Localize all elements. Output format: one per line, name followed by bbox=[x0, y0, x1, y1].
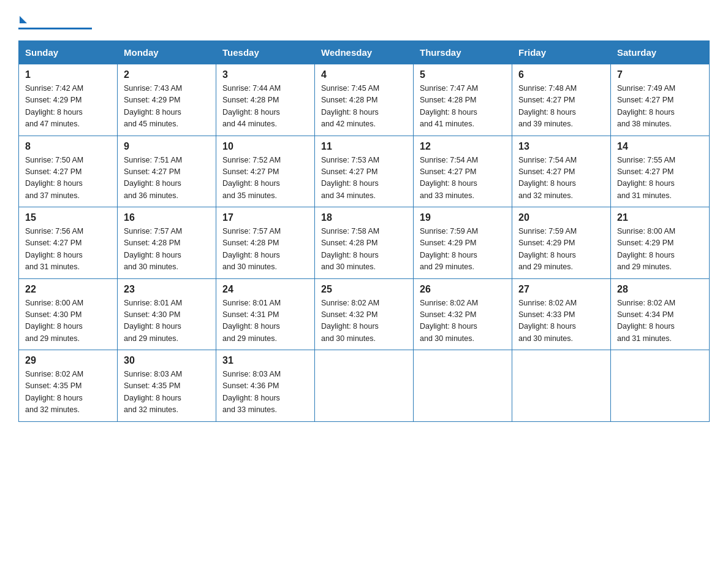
day-info: Sunrise: 8:02 AMSunset: 4:32 PMDaylight:… bbox=[321, 297, 407, 345]
day-info: Sunrise: 7:57 AMSunset: 4:28 PMDaylight:… bbox=[124, 226, 210, 274]
calendar-cell: 25 Sunrise: 8:02 AMSunset: 4:32 PMDaylig… bbox=[315, 278, 414, 350]
weekday-header-saturday: Saturday bbox=[611, 41, 710, 64]
day-info: Sunrise: 7:53 AMSunset: 4:27 PMDaylight:… bbox=[321, 155, 407, 202]
calendar-cell: 9 Sunrise: 7:51 AMSunset: 4:27 PMDayligh… bbox=[118, 136, 216, 207]
calendar-cell: 1 Sunrise: 7:42 AMSunset: 4:29 PMDayligh… bbox=[19, 64, 118, 136]
day-number: 31 bbox=[222, 355, 308, 366]
day-info: Sunrise: 7:44 AMSunset: 4:28 PMDaylight:… bbox=[222, 83, 308, 131]
calendar-cell bbox=[414, 350, 512, 422]
day-number: 14 bbox=[617, 141, 703, 152]
day-info: Sunrise: 7:59 AMSunset: 4:29 PMDaylight:… bbox=[420, 226, 506, 274]
week-row-2: 8 Sunrise: 7:50 AMSunset: 4:27 PMDayligh… bbox=[19, 136, 710, 207]
day-number: 6 bbox=[518, 69, 604, 80]
day-info: Sunrise: 8:02 AMSunset: 4:33 PMDaylight:… bbox=[518, 297, 604, 345]
calendar-cell: 17 Sunrise: 7:57 AMSunset: 4:28 PMDaylig… bbox=[216, 207, 315, 279]
day-info: Sunrise: 7:51 AMSunset: 4:27 PMDaylight:… bbox=[124, 155, 210, 202]
calendar-table: SundayMondayTuesdayWednesdayThursdayFrid… bbox=[18, 40, 710, 422]
day-info: Sunrise: 7:54 AMSunset: 4:27 PMDaylight:… bbox=[420, 155, 506, 202]
day-number: 29 bbox=[25, 355, 111, 366]
day-number: 17 bbox=[222, 212, 308, 223]
day-number: 20 bbox=[518, 212, 604, 223]
day-info: Sunrise: 8:03 AMSunset: 4:35 PMDaylight:… bbox=[124, 369, 210, 416]
calendar-cell: 12 Sunrise: 7:54 AMSunset: 4:27 PMDaylig… bbox=[414, 136, 512, 207]
day-info: Sunrise: 7:54 AMSunset: 4:27 PMDaylight:… bbox=[518, 155, 604, 202]
week-row-5: 29 Sunrise: 8:02 AMSunset: 4:35 PMDaylig… bbox=[19, 350, 710, 422]
weekday-header-row: SundayMondayTuesdayWednesdayThursdayFrid… bbox=[19, 41, 710, 64]
day-info: Sunrise: 7:42 AMSunset: 4:29 PMDaylight:… bbox=[25, 83, 111, 131]
calendar-cell bbox=[611, 350, 710, 422]
calendar-cell bbox=[315, 350, 414, 422]
calendar-cell: 30 Sunrise: 8:03 AMSunset: 4:35 PMDaylig… bbox=[118, 350, 216, 422]
day-number: 8 bbox=[25, 141, 111, 152]
day-number: 7 bbox=[617, 69, 703, 80]
week-row-4: 22 Sunrise: 8:00 AMSunset: 4:30 PMDaylig… bbox=[19, 278, 710, 350]
day-number: 19 bbox=[420, 212, 506, 223]
day-info: Sunrise: 8:03 AMSunset: 4:36 PMDaylight:… bbox=[222, 369, 308, 416]
weekday-header-monday: Monday bbox=[118, 41, 216, 64]
calendar-cell: 20 Sunrise: 7:59 AMSunset: 4:29 PMDaylig… bbox=[512, 207, 611, 279]
calendar-cell: 19 Sunrise: 7:59 AMSunset: 4:29 PMDaylig… bbox=[414, 207, 512, 279]
day-number: 16 bbox=[124, 212, 210, 223]
calendar-cell: 15 Sunrise: 7:56 AMSunset: 4:27 PMDaylig… bbox=[19, 207, 118, 279]
day-number: 30 bbox=[124, 355, 210, 366]
day-info: Sunrise: 7:57 AMSunset: 4:28 PMDaylight:… bbox=[222, 226, 308, 274]
calendar-cell: 4 Sunrise: 7:45 AMSunset: 4:28 PMDayligh… bbox=[315, 64, 414, 136]
day-info: Sunrise: 8:02 AMSunset: 4:32 PMDaylight:… bbox=[420, 297, 506, 345]
logo bbox=[18, 12, 92, 29]
day-info: Sunrise: 7:47 AMSunset: 4:28 PMDaylight:… bbox=[420, 83, 506, 131]
calendar-cell: 3 Sunrise: 7:44 AMSunset: 4:28 PMDayligh… bbox=[216, 64, 315, 136]
calendar-cell: 21 Sunrise: 8:00 AMSunset: 4:29 PMDaylig… bbox=[611, 207, 710, 279]
calendar-cell: 27 Sunrise: 8:02 AMSunset: 4:33 PMDaylig… bbox=[512, 278, 611, 350]
day-number: 13 bbox=[518, 141, 604, 152]
day-number: 10 bbox=[222, 141, 308, 152]
calendar-cell: 11 Sunrise: 7:53 AMSunset: 4:27 PMDaylig… bbox=[315, 136, 414, 207]
calendar-cell: 22 Sunrise: 8:00 AMSunset: 4:30 PMDaylig… bbox=[19, 278, 118, 350]
day-number: 1 bbox=[25, 69, 111, 80]
day-info: Sunrise: 7:59 AMSunset: 4:29 PMDaylight:… bbox=[518, 226, 604, 274]
calendar-cell bbox=[512, 350, 611, 422]
week-row-3: 15 Sunrise: 7:56 AMSunset: 4:27 PMDaylig… bbox=[19, 207, 710, 279]
calendar-cell: 8 Sunrise: 7:50 AMSunset: 4:27 PMDayligh… bbox=[19, 136, 118, 207]
calendar-cell: 7 Sunrise: 7:49 AMSunset: 4:27 PMDayligh… bbox=[611, 64, 710, 136]
day-info: Sunrise: 7:55 AMSunset: 4:27 PMDaylight:… bbox=[617, 155, 703, 202]
calendar-cell: 5 Sunrise: 7:47 AMSunset: 4:28 PMDayligh… bbox=[414, 64, 512, 136]
week-row-1: 1 Sunrise: 7:42 AMSunset: 4:29 PMDayligh… bbox=[19, 64, 710, 136]
day-number: 12 bbox=[420, 141, 506, 152]
day-number: 26 bbox=[420, 284, 506, 295]
day-info: Sunrise: 8:02 AMSunset: 4:35 PMDaylight:… bbox=[25, 369, 111, 416]
weekday-header-tuesday: Tuesday bbox=[216, 41, 315, 64]
calendar-cell: 14 Sunrise: 7:55 AMSunset: 4:27 PMDaylig… bbox=[611, 136, 710, 207]
logo-underline bbox=[18, 28, 92, 29]
day-number: 11 bbox=[321, 141, 407, 152]
day-info: Sunrise: 8:01 AMSunset: 4:31 PMDaylight:… bbox=[222, 297, 308, 345]
weekday-header-sunday: Sunday bbox=[19, 41, 118, 64]
calendar-cell: 16 Sunrise: 7:57 AMSunset: 4:28 PMDaylig… bbox=[118, 207, 216, 279]
day-number: 23 bbox=[124, 284, 210, 295]
page-header bbox=[18, 12, 710, 29]
calendar-cell: 28 Sunrise: 8:02 AMSunset: 4:34 PMDaylig… bbox=[611, 278, 710, 350]
day-number: 5 bbox=[420, 69, 506, 80]
calendar-cell: 31 Sunrise: 8:03 AMSunset: 4:36 PMDaylig… bbox=[216, 350, 315, 422]
weekday-header-friday: Friday bbox=[512, 41, 611, 64]
day-number: 15 bbox=[25, 212, 111, 223]
day-number: 28 bbox=[617, 284, 703, 295]
calendar-cell: 24 Sunrise: 8:01 AMSunset: 4:31 PMDaylig… bbox=[216, 278, 315, 350]
day-number: 9 bbox=[124, 141, 210, 152]
day-number: 3 bbox=[222, 69, 308, 80]
day-number: 21 bbox=[617, 212, 703, 223]
weekday-header-wednesday: Wednesday bbox=[315, 41, 414, 64]
calendar-cell: 29 Sunrise: 8:02 AMSunset: 4:35 PMDaylig… bbox=[19, 350, 118, 422]
calendar-cell: 10 Sunrise: 7:52 AMSunset: 4:27 PMDaylig… bbox=[216, 136, 315, 207]
calendar-cell: 6 Sunrise: 7:48 AMSunset: 4:27 PMDayligh… bbox=[512, 64, 611, 136]
logo-triangle-icon bbox=[20, 16, 27, 23]
day-info: Sunrise: 7:43 AMSunset: 4:29 PMDaylight:… bbox=[124, 83, 210, 131]
day-info: Sunrise: 8:01 AMSunset: 4:30 PMDaylight:… bbox=[124, 297, 210, 345]
calendar-cell: 18 Sunrise: 7:58 AMSunset: 4:28 PMDaylig… bbox=[315, 207, 414, 279]
day-number: 27 bbox=[518, 284, 604, 295]
calendar-cell: 26 Sunrise: 8:02 AMSunset: 4:32 PMDaylig… bbox=[414, 278, 512, 350]
day-number: 22 bbox=[25, 284, 111, 295]
day-info: Sunrise: 7:52 AMSunset: 4:27 PMDaylight:… bbox=[222, 155, 308, 202]
day-info: Sunrise: 8:00 AMSunset: 4:29 PMDaylight:… bbox=[617, 226, 703, 274]
calendar-cell: 13 Sunrise: 7:54 AMSunset: 4:27 PMDaylig… bbox=[512, 136, 611, 207]
day-number: 25 bbox=[321, 284, 407, 295]
